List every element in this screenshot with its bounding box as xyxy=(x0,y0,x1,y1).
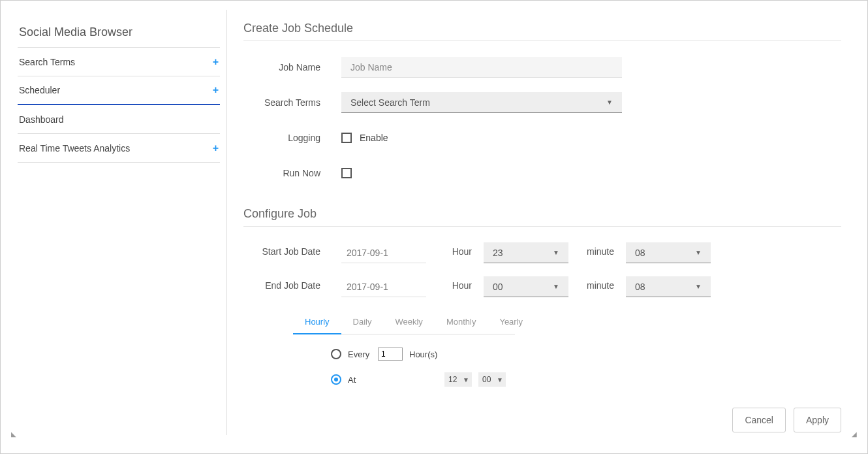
resize-handle-icon: ◢ xyxy=(852,430,857,438)
start-minute-select[interactable]: 08 ▼ xyxy=(626,242,711,263)
chevron-down-icon: ▼ xyxy=(463,376,469,383)
recur-at-radio[interactable] xyxy=(331,374,341,385)
logging-enable-label: Enable xyxy=(360,133,388,143)
chevron-down-icon: ▼ xyxy=(695,249,702,256)
end-date-input[interactable] xyxy=(341,276,426,297)
chevron-down-icon: ▼ xyxy=(497,376,503,383)
recur-every-radio[interactable] xyxy=(331,349,341,359)
sidebar-title: Social Media Browser xyxy=(18,22,220,48)
start-hour-select[interactable]: 23 ▼ xyxy=(484,242,568,263)
logging-checkbox[interactable] xyxy=(341,133,352,143)
end-minute-value: 08 xyxy=(635,282,645,292)
sidebar-item-label: Real Time Tweets Analytics xyxy=(19,143,130,154)
recur-at-hour-select[interactable]: 12 ▼ xyxy=(444,372,472,387)
end-hour-select[interactable]: 00 ▼ xyxy=(484,276,568,297)
sidebar-item-label: Dashboard xyxy=(19,114,64,125)
end-hour-value: 00 xyxy=(493,282,503,292)
recur-at-minute-select[interactable]: 00 ▼ xyxy=(478,372,506,387)
sidebar-item-search-terms[interactable]: Search Terms + xyxy=(18,48,220,76)
job-name-label: Job Name xyxy=(243,62,341,73)
start-minute-value: 08 xyxy=(635,248,645,258)
plus-icon[interactable]: + xyxy=(213,143,219,154)
section-title-configure: Configure Job xyxy=(243,207,841,227)
sidebar-item-dashboard[interactable]: Dashboard xyxy=(18,105,220,134)
end-hour-label: Hour xyxy=(426,276,484,291)
run-now-label: Run Now xyxy=(243,168,341,178)
apply-button[interactable]: Apply xyxy=(794,408,841,432)
tab-daily[interactable]: Daily xyxy=(341,310,384,334)
logging-label: Logging xyxy=(243,133,341,143)
run-now-checkbox[interactable] xyxy=(341,168,352,178)
start-date-input[interactable] xyxy=(341,242,426,263)
plus-icon[interactable]: + xyxy=(213,85,219,95)
tab-monthly[interactable]: Monthly xyxy=(435,310,488,334)
recur-every-label: Every xyxy=(348,349,371,359)
start-minute-label: minute xyxy=(568,242,626,257)
job-name-input[interactable] xyxy=(341,57,622,78)
recur-every-input[interactable] xyxy=(378,348,403,361)
sidebar-item-scheduler[interactable]: Scheduler + xyxy=(18,76,220,105)
recur-every-unit: Hour(s) xyxy=(409,349,437,359)
end-date-label: End Job Date xyxy=(243,276,341,291)
end-minute-select[interactable]: 08 ▼ xyxy=(626,276,711,297)
tab-hourly[interactable]: Hourly xyxy=(293,310,341,334)
cancel-button[interactable]: Cancel xyxy=(732,408,786,432)
vertical-divider xyxy=(226,10,227,435)
section-title-create: Create Job Schedule xyxy=(243,22,841,41)
recurrence-tabs: Hourly Daily Weekly Monthly Yearly xyxy=(293,310,515,334)
resize-handle-icon: ◣ xyxy=(11,430,16,438)
search-terms-value: Select Search Term xyxy=(350,97,430,108)
search-terms-label: Search Terms xyxy=(243,97,341,108)
chevron-down-icon: ▼ xyxy=(695,283,702,290)
recur-at-label: At xyxy=(348,375,371,385)
chevron-down-icon: ▼ xyxy=(553,249,559,256)
sidebar-item-label: Scheduler xyxy=(19,85,60,95)
sidebar-item-realtime-tweets[interactable]: Real Time Tweets Analytics + xyxy=(18,134,220,163)
end-minute-label: minute xyxy=(568,276,626,291)
recur-at-hour-value: 12 xyxy=(448,375,457,384)
sidebar-item-label: Search Terms xyxy=(19,57,75,67)
chevron-down-icon: ▼ xyxy=(553,283,559,290)
tab-yearly[interactable]: Yearly xyxy=(488,310,535,334)
search-terms-select[interactable]: Select Search Term ▼ xyxy=(341,92,622,113)
chevron-down-icon: ▼ xyxy=(606,99,613,106)
start-hour-value: 23 xyxy=(493,248,503,258)
start-hour-label: Hour xyxy=(426,242,484,257)
tab-weekly[interactable]: Weekly xyxy=(383,310,434,334)
plus-icon[interactable]: + xyxy=(213,57,219,67)
start-date-label: Start Job Date xyxy=(243,242,341,257)
recur-at-minute-value: 00 xyxy=(482,375,491,384)
